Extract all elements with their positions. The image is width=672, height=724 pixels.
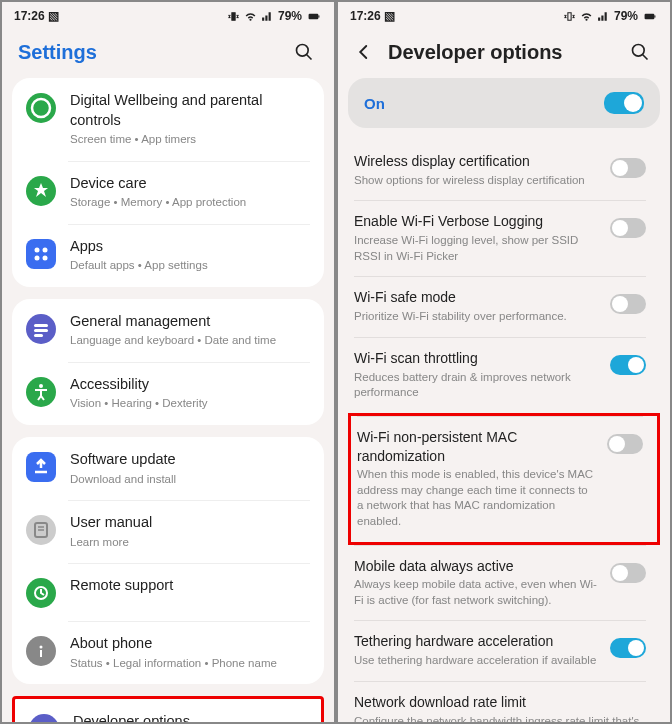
toggle-switch[interactable] [610,563,646,583]
option-sub: Show options for wireless display certif… [354,173,600,189]
dev-option-row[interactable]: Mobile data always activeAlways keep mob… [348,545,660,621]
master-toggle-card[interactable]: On [348,78,660,128]
vibrate-icon [563,10,576,23]
settings-row-manual[interactable]: User manualLearn more [12,500,324,563]
row-sub: Vision • Hearing • Dexterity [70,396,310,412]
toggle-switch[interactable] [610,294,646,314]
settings-row-remote[interactable]: Remote support [12,563,324,621]
manual-icon [26,515,56,545]
search-icon [294,42,314,62]
master-toggle-switch[interactable] [604,92,644,114]
status-time: 17:26 [350,9,381,23]
battery-icon [306,10,322,23]
settings-row-device[interactable]: Device careStorage • Memory • App protec… [12,161,324,224]
general-icon [26,314,56,344]
svg-point-7 [35,255,40,260]
row-sub: Default apps • App settings [70,258,310,274]
settings-row-about[interactable]: About phoneStatus • Legal information • … [12,621,324,684]
row-sub: Status • Legal information • Phone name [70,656,310,672]
row-title: User manual [70,513,310,533]
settings-row-update[interactable]: Software updateDownload and install [12,437,324,500]
dev-option-row[interactable]: Enable Wi-Fi Verbose LoggingIncrease Wi-… [348,200,660,276]
option-title: Wi-Fi safe mode [354,288,600,307]
row-sub: Learn more [70,535,310,551]
status-time: 17:26 [14,9,45,23]
svg-point-5 [35,247,40,252]
row-sub: Screen time • App timers [70,132,310,148]
dev-option-row[interactable]: Tethering hardware accelerationUse tethe… [348,620,660,680]
toggle-switch[interactable] [610,218,646,238]
option-title: Wi-Fi scan throttling [354,349,600,368]
option-title: Enable Wi-Fi Verbose Logging [354,212,600,231]
row-title: Apps [70,237,310,257]
svg-line-22 [643,55,648,60]
search-button[interactable] [290,38,318,66]
option-title: Network download rate limit [354,693,646,712]
dev-option-row[interactable]: Network download rate limitConfigure the… [348,681,660,722]
row-sub: Storage • Memory • App protection [70,195,310,211]
toggle-switch[interactable] [610,638,646,658]
page-title: Developer options [388,41,612,64]
option-title: Mobile data always active [354,557,600,576]
update-icon [26,452,56,482]
dev-option-row[interactable]: Wi-Fi non-persistent MAC randomizationWh… [348,413,660,545]
toggle-switch[interactable] [610,158,646,178]
gallery-icon: ▧ [48,9,59,23]
settings-list[interactable]: Digital Wellbeing and parental controlsS… [2,78,334,722]
option-title: Wireless display certification [354,152,600,171]
svg-rect-0 [309,13,319,18]
chevron-left-icon [355,43,373,61]
battery-pct: 79% [614,9,638,23]
svg-rect-10 [34,329,48,332]
row-sub: Language and keyboard • Date and time [70,333,310,349]
svg-rect-9 [34,324,48,327]
status-bar: 17:26 ▧ 79% [338,2,670,30]
toggle-switch[interactable] [610,355,646,375]
signal-icon [261,10,274,23]
svg-rect-18 [40,650,42,657]
signal-icon [597,10,610,23]
svg-point-6 [43,247,48,252]
dev-option-row[interactable]: Wi-Fi scan throttlingReduces battery dra… [348,337,660,413]
row-sub: Download and install [70,472,310,488]
dev-option-row[interactable]: Wireless display certificationShow optio… [348,140,660,200]
row-title: About phone [70,634,310,654]
option-sub: Reduces battery drain & improves network… [354,370,600,401]
settings-row-wellbeing[interactable]: Digital Wellbeing and parental controlsS… [12,78,324,161]
dev-options-list[interactable]: Wireless display certificationShow optio… [338,140,670,722]
row-title: Developer options [73,712,307,722]
toggle-switch[interactable] [607,434,643,454]
master-toggle-label: On [364,95,604,112]
settings-row-apps[interactable]: AppsDefault apps • App settings [12,224,324,287]
settings-row-general[interactable]: General managementLanguage and keyboard … [12,299,324,362]
svg-point-17 [40,646,43,649]
option-title: Wi-Fi non-persistent MAC randomization [357,428,597,466]
svg-point-21 [633,45,645,57]
svg-rect-1 [318,15,319,17]
svg-rect-11 [34,334,43,337]
search-button[interactable] [626,38,654,66]
svg-rect-20 [654,15,655,17]
svg-rect-19 [645,13,655,18]
row-title: Accessibility [70,375,310,395]
a11y-icon [26,377,56,407]
option-sub: Use tethering hardware acceleration if a… [354,653,600,669]
option-sub: Always keep mobile data active, even whe… [354,577,600,608]
vibrate-icon [227,10,240,23]
settings-row-dev[interactable]: Developer optionsDeveloper options [15,699,321,722]
row-title: Remote support [70,576,310,596]
option-sub: When this mode is enabled, this device's… [357,467,597,529]
svg-point-12 [39,384,43,388]
dev-option-row[interactable]: Wi-Fi safe modePrioritize Wi-Fi stabilit… [348,276,660,336]
developer-options-screen: 17:26 ▧ 79% Developer options On Wireles… [336,0,672,724]
gallery-icon: ▧ [384,9,395,23]
settings-screen: 17:26 ▧ 79% Settings Digital Wellbeing a… [0,0,336,724]
dev-icon [29,714,59,722]
row-title: Software update [70,450,310,470]
about-icon [26,636,56,666]
back-button[interactable] [354,42,374,62]
search-icon [630,42,650,62]
option-title: Tethering hardware acceleration [354,632,600,651]
settings-row-a11y[interactable]: AccessibilityVision • Hearing • Dexterit… [12,362,324,425]
page-title: Settings [18,41,276,64]
